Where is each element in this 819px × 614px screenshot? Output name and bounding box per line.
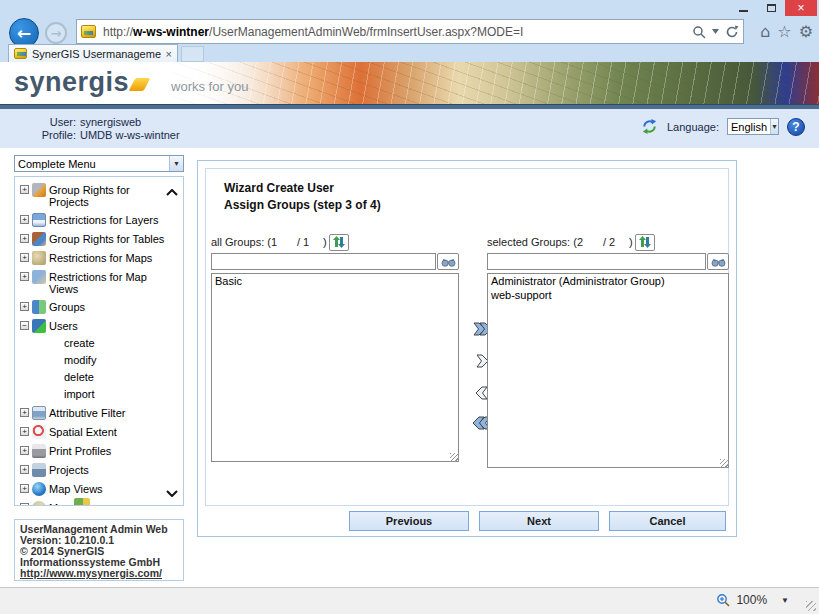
expand-icon[interactable]: +: [20, 484, 29, 493]
tree-item[interactable]: +Restrictions for Maps: [20, 251, 181, 265]
expand-icon[interactable]: +: [20, 234, 29, 243]
cancel-button[interactable]: Cancel: [609, 511, 726, 531]
tree-item-label[interactable]: Restrictions for Map Views: [49, 270, 165, 295]
next-button[interactable]: Next: [479, 511, 599, 531]
zoom-magnifier-icon[interactable]: [716, 593, 730, 607]
favorites-star-icon[interactable]: ☆: [777, 22, 791, 41]
all-groups-label-row: all Groups: ( 1 / 1 ): [211, 233, 349, 251]
tree-item-label[interactable]: Restrictions for Layers: [49, 213, 158, 226]
tree-item-label[interactable]: Groups: [49, 300, 85, 313]
home-icon[interactable]: ⌂: [760, 22, 770, 41]
language-select[interactable]: English ▼: [727, 118, 779, 135]
help-button[interactable]: ?: [787, 118, 805, 136]
tree-item-label[interactable]: Restrictions for Maps: [49, 251, 152, 264]
settings-gear-icon[interactable]: ⚙: [799, 22, 813, 41]
expand-icon[interactable]: +: [20, 427, 29, 436]
binoculars-icon: [441, 257, 456, 267]
selected-groups-filter-input[interactable]: [487, 253, 706, 270]
tree-subitem-create[interactable]: create: [64, 338, 181, 349]
zoom-dropdown-icon[interactable]: ▼: [781, 596, 789, 605]
profile-label: Profile:: [28, 129, 76, 142]
synergis-link[interactable]: http://www.mysynergis.com/: [20, 567, 162, 579]
expand-icon[interactable]: +: [20, 215, 29, 224]
tree-item[interactable]: +Projects: [20, 463, 181, 477]
synergis-favicon: [14, 48, 27, 59]
forward-button[interactable]: →: [45, 22, 67, 44]
user-value: synergisweb: [80, 116, 141, 129]
status-bar: 100% ▼: [0, 587, 819, 614]
tree-item[interactable]: +Maps: [20, 501, 181, 506]
tree-item-label[interactable]: Group Rights for Tables: [49, 232, 164, 245]
tree-subitem-delete[interactable]: delete: [64, 372, 181, 383]
list-resize-grip[interactable]: [450, 453, 459, 462]
tree-item[interactable]: +Print Profiles: [20, 444, 181, 458]
tree-item-label[interactable]: Users: [49, 319, 78, 332]
reload-language-icon[interactable]: [640, 117, 659, 136]
search-dropdown-icon[interactable]: [712, 29, 719, 34]
tree-item-label[interactable]: Map Views: [49, 482, 103, 495]
expand-icon[interactable]: +: [20, 465, 29, 474]
maximize-icon: [767, 4, 776, 12]
reload-list-button[interactable]: [635, 234, 655, 251]
list-option[interactable]: web-support: [488, 288, 728, 302]
tree-item[interactable]: +Group Rights for Projects: [20, 183, 181, 208]
expand-icon[interactable]: +: [20, 503, 29, 506]
expand-icon[interactable]: +: [20, 408, 29, 417]
tree-item[interactable]: +Map Views: [20, 482, 181, 496]
zoom-level[interactable]: 100%: [736, 593, 767, 607]
expand-icon[interactable]: +: [20, 253, 29, 262]
reload-list-button[interactable]: [329, 234, 349, 251]
tab-close-icon[interactable]: ×: [166, 48, 172, 60]
filter-button[interactable]: [437, 253, 459, 270]
new-tab-button[interactable]: [181, 46, 204, 62]
list-option[interactable]: Administrator (Administrator Group): [488, 274, 728, 288]
refresh-icon[interactable]: [725, 25, 739, 39]
tab-title: SynerGIS Usermanagement ...: [32, 48, 161, 60]
tree-item-label[interactable]: Attributive Filter: [49, 406, 125, 419]
expand-icon[interactable]: +: [20, 446, 29, 455]
tree-item-label[interactable]: Projects: [49, 463, 89, 476]
search-icon[interactable]: [692, 25, 706, 39]
url-text[interactable]: http://w-ws-wintner/UserManagementAdminW…: [103, 25, 692, 39]
selected-groups-listbox[interactable]: Administrator (Administrator Group)web-s…: [487, 273, 729, 468]
list-resize-grip[interactable]: [720, 459, 729, 468]
window-resize-grip[interactable]: [806, 601, 816, 611]
version-info-box: UserManagement Admin Web Version: 10.210…: [14, 519, 184, 581]
maximize-button[interactable]: [757, 0, 785, 16]
tree-item-label[interactable]: Spatial Extent: [49, 425, 117, 438]
minimize-button[interactable]: [729, 0, 757, 16]
tree-item[interactable]: −Users: [20, 319, 181, 333]
icon-groups-icon: [32, 300, 46, 314]
expand-icon[interactable]: +: [20, 272, 29, 281]
scroll-down-icon[interactable]: [166, 490, 178, 497]
tree-item[interactable]: +Attributive Filter: [20, 406, 181, 420]
collapse-icon[interactable]: −: [20, 321, 29, 330]
menu-mode-select[interactable]: Complete Menu ▼: [14, 155, 184, 172]
expand-icon[interactable]: +: [20, 302, 29, 311]
tree-item-label[interactable]: Print Profiles: [49, 444, 111, 457]
previous-button[interactable]: Previous: [349, 511, 469, 531]
logo-slash-icon: [129, 78, 151, 91]
tree-item[interactable]: +Groups: [20, 300, 181, 314]
tree-item-label[interactable]: Group Rights for Projects: [49, 183, 165, 208]
sort-arrows-icon: [639, 236, 651, 248]
tree-subitem-import[interactable]: import: [64, 389, 181, 400]
all-groups-filter-input[interactable]: [211, 253, 436, 270]
sort-arrows-icon: [333, 236, 345, 248]
address-bar[interactable]: http://w-ws-wintner/UserManagementAdminW…: [76, 19, 744, 44]
tree-item[interactable]: +Group Rights for Tables: [20, 232, 181, 246]
tree-item-label[interactable]: Maps: [49, 501, 76, 506]
scroll-up-icon[interactable]: [166, 189, 178, 196]
list-option[interactable]: Basic: [212, 274, 458, 288]
browser-tab[interactable]: SynerGIS Usermanagement ... ×: [8, 44, 178, 62]
tree-item[interactable]: +Restrictions for Map Views: [20, 270, 181, 295]
close-button[interactable]: ×: [785, 0, 817, 16]
chevron-down-icon: ▼: [770, 119, 778, 134]
wizard-panel: Wizard Create User Assign Groups (step 3…: [197, 160, 737, 537]
filter-button[interactable]: [707, 253, 729, 270]
all-groups-listbox[interactable]: Basic: [211, 273, 459, 462]
expand-icon[interactable]: +: [20, 185, 29, 194]
tree-subitem-modify[interactable]: modify: [64, 355, 181, 366]
tree-item[interactable]: +Restrictions for Layers: [20, 213, 181, 227]
tree-item[interactable]: +Spatial Extent: [20, 425, 181, 439]
